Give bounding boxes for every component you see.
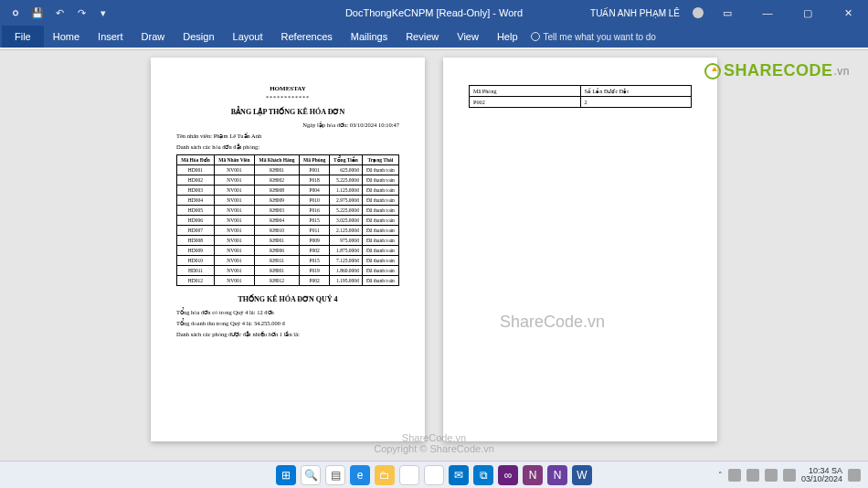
staff-line: Tên nhân viên: Phạm Lê Tuấn Anh [176,133,399,140]
tell-me-label: Tell me what you want to do [544,32,656,42]
quick-access-toolbar: ⭘ 💾 ↶ ↷ ▾ [0,5,111,21]
title-bar: ⭘ 💾 ↶ ↷ ▾ DocThongKeCNPM [Read-Only] - W… [0,0,868,26]
col-hd: Mã Hóa Đơn [177,155,215,165]
file-explorer-icon[interactable]: 🗀 [375,465,395,485]
qat-dropdown-icon[interactable]: ▾ [95,5,111,21]
vscode-icon[interactable]: ⧉ [473,465,493,485]
tray-battery-icon[interactable] [783,469,796,482]
undo-icon[interactable]: ↶ [51,5,68,21]
system-tray: ˄ 10:34 SA 03/10/2024 [718,467,861,483]
taskview-icon[interactable]: ▤ [325,465,345,485]
col-st: Trạng Thái [362,155,398,165]
list-intro: Danh sách các hóa đơn đặt phòng: [176,143,399,151]
table-row: HD010NV001KH011P0157.125.000đĐã thanh to… [177,256,399,266]
tab-draw[interactable]: Draw [132,26,175,48]
account-name[interactable]: TUẤN ANH PHẠM LÊ [590,8,680,18]
ribbon-tabs: File Home Insert Draw Design Layout Refe… [0,26,868,48]
total-orders: Tổng hóa đơn có trong Quý 4 là: 12 đơn [176,309,399,316]
tray-lang-icon[interactable] [728,469,741,482]
account-avatar[interactable] [693,7,704,18]
taskbar-clock[interactable]: 10:34 SA 03/10/2024 [801,467,842,483]
tray-wifi-icon[interactable] [746,469,759,482]
minimize-button[interactable]: — [751,0,784,26]
watermark-page2: ShareCode.vn [500,313,605,332]
table-row: HD012NV001KH012P0021.195.000đĐã thanh to… [177,276,399,286]
notifications-icon[interactable] [848,469,861,482]
bulb-icon [531,32,540,41]
maximize-button[interactable]: ▢ [791,0,824,26]
onenote2-icon[interactable]: N [547,465,567,485]
page-1: HOMESTAY ************ BẢNG LẬP THỐNG KÊ … [151,58,425,441]
col-kh: Mã Khách Hàng [254,155,299,165]
col-ph: Mã Phòng [300,155,330,165]
table-row: HD002NV001KH002P0185.225.000đĐã thanh to… [177,175,399,186]
tab-references[interactable]: References [272,26,342,48]
start-button[interactable]: ⊞ [276,465,296,485]
redo-icon[interactable]: ↷ [73,5,90,21]
close-button[interactable]: ✕ [831,0,864,26]
table-row: HD001NV001KH001P001625.000đĐã thanh toán [177,165,399,175]
col-nv: Mã Nhân Viên [214,155,254,165]
table-row: HD011NV001KH001P0191.860.000đĐã thanh to… [177,266,399,276]
table-row: HD003NV001KH008P0041.125.000đĐã thanh to… [177,186,399,196]
total-revenue: Tổng doanh thu trong Quý 4 là: 34.255.00… [176,320,399,327]
chrome-icon[interactable]: ◉ [399,465,419,485]
separator-stars: ************ [176,95,399,101]
visualstudio-icon[interactable]: ∞ [498,465,518,485]
rooms-col-count: Số Lần Được Đặt [580,86,692,97]
autosave-toggle[interactable]: ⭘ [7,5,24,21]
rooms-table: Mã Phòng Số Lần Được Đặt P002 2 [469,85,692,108]
search-icon[interactable]: 🔍 [301,465,321,485]
tab-mailings[interactable]: Mailings [342,26,397,48]
mail-icon[interactable]: ✉ [449,465,469,485]
tab-design[interactable]: Design [174,26,223,48]
tell-me-search[interactable]: Tell me what you want to do [531,26,656,48]
onenote-icon[interactable]: N [523,465,543,485]
tab-help[interactable]: Help [488,26,527,48]
org-name: HOMESTAY [176,85,399,92]
document-title: DocThongKeCNPM [Read-Only] - Word [345,7,523,18]
page-2: Mã Phòng Số Lần Được Đặt P002 2 ShareCod… [443,58,717,441]
tab-home[interactable]: Home [44,26,89,48]
tab-insert[interactable]: Insert [89,26,132,48]
table-row: HD004NV001KH009P0102.975.000đĐã thanh to… [177,196,399,206]
table-row: HD009NV001KH006P0021.875.000đĐã thanh to… [177,246,399,256]
tray-volume-icon[interactable] [765,469,778,482]
tray-chevron-icon[interactable]: ˄ [718,471,723,480]
table-row: HD007NV001KH010P0112.125.000đĐã thanh to… [177,226,399,236]
rooms-intro: Danh sách các phòng được đặt nhiều hơn 1… [176,331,399,338]
table-row: HD006NV001KH004P0153.025.000đĐã thanh to… [177,216,399,226]
section2-heading: THỐNG KÊ HÓA ĐƠN QUÝ 4 [176,295,399,303]
rooms-col-room: Mã Phòng [470,86,581,97]
edge-icon[interactable]: e [350,465,370,485]
invoice-table: Mã Hóa Đơn Mã Nhân Viên Mã Khách Hàng Mã… [176,154,399,286]
windows-taskbar: ⊞ 🔍 ▤ e 🗀 ◉ 🛍 ✉ ⧉ ∞ N N W ˄ 10:34 SA 03/… [0,461,868,488]
table-row: HD005NV001KH003P0165.225.000đĐã thanh to… [177,206,399,216]
tab-view[interactable]: View [448,26,488,48]
tab-review[interactable]: Review [397,26,448,48]
store-icon[interactable]: 🛍 [424,465,444,485]
word-icon[interactable]: W [572,465,592,485]
col-tt: Tổng Tiền [330,155,363,165]
logo-ring-icon [704,63,721,80]
document-canvas[interactable]: HOMESTAY ************ BẢNG LẬP THỐNG KÊ … [0,50,868,472]
sharecode-logo: SHARECODE.vn [704,61,850,80]
tab-file[interactable]: File [2,26,44,48]
ribbon-options-icon[interactable]: ▭ [711,0,744,26]
save-icon[interactable]: 💾 [29,5,46,21]
table-row: HD008NV001KH001P009975.000đĐã thanh toán [177,236,399,246]
report-date: Ngày lập hóa đơn: 03/10/2024 10:10:47 [176,122,399,129]
report-heading: BẢNG LẬP THỐNG KÊ HÓA ĐƠN [176,108,399,116]
table-row: P002 2 [470,97,692,108]
tab-layout[interactable]: Layout [224,26,272,48]
